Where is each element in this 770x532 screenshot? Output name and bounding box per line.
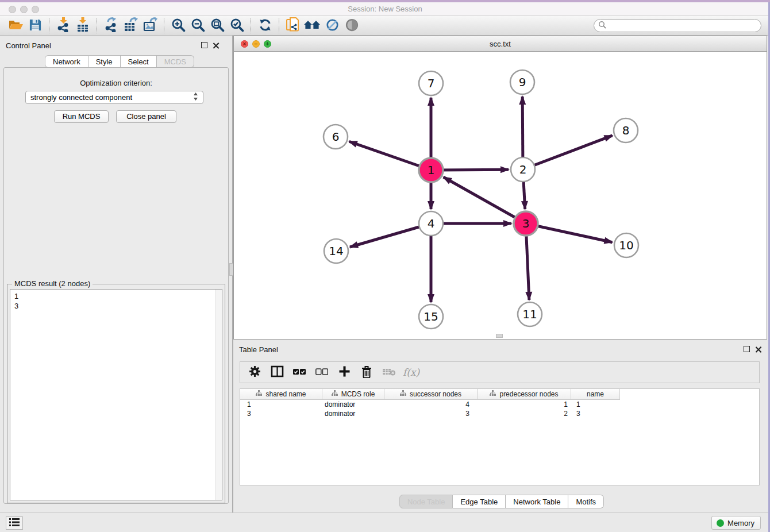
- node-label-3: 3: [522, 217, 530, 230]
- tab-select[interactable]: Select: [121, 55, 157, 68]
- select-all-rows-button[interactable]: [291, 364, 308, 381]
- memory-label: Memory: [727, 519, 754, 527]
- tab-node-table[interactable]: Node Table: [399, 495, 453, 508]
- column-label: predecessor nodes: [499, 390, 558, 398]
- result-scrollbar[interactable]: [215, 290, 222, 500]
- show-columns-button[interactable]: [268, 364, 286, 381]
- import-table-icon: [75, 17, 90, 34]
- plus-icon: [338, 365, 351, 379]
- tab-network[interactable]: Network: [45, 55, 88, 68]
- optimization-label: Optimization criterion:: [3, 79, 229, 87]
- table-row[interactable]: 3dominator323: [240, 409, 759, 418]
- table-body: 1dominator4113dominator323: [240, 400, 759, 418]
- zoom-selected-button[interactable]: [227, 17, 247, 34]
- table-cell[interactable]: 3: [240, 409, 322, 418]
- column-header-name[interactable]: name: [571, 389, 620, 400]
- table-cell[interactable]: 1: [571, 400, 620, 409]
- float-table-panel-icon[interactable]: [744, 346, 750, 352]
- tab-style[interactable]: Style: [88, 55, 121, 68]
- memory-button[interactable]: Memory: [711, 516, 761, 530]
- zoom-in-button[interactable]: [168, 17, 188, 34]
- task-history-button[interactable]: [6, 516, 23, 530]
- table-cell[interactable]: 1: [240, 400, 322, 409]
- shared-column-icon: [332, 390, 338, 398]
- run-mcds-button[interactable]: Run MCDS: [54, 110, 109, 123]
- toolbar-separator: [49, 18, 49, 33]
- node-label-9: 9: [519, 75, 526, 89]
- list-icon: [9, 518, 20, 529]
- column-header-predecessor-nodes[interactable]: predecessor nodes: [478, 389, 571, 400]
- close-panel-button[interactable]: Close panel: [116, 110, 176, 123]
- table-cell[interactable]: dominator: [322, 409, 384, 418]
- canvas-scroll-handle[interactable]: [496, 334, 503, 338]
- criterion-dropdown[interactable]: strongly connected component: [25, 91, 203, 104]
- node-label-15: 15: [424, 310, 438, 323]
- delete-column-button[interactable]: [358, 364, 375, 381]
- control-panel-header: Control Panel: [0, 38, 232, 53]
- graphics-details-button[interactable]: [322, 17, 342, 34]
- export-image-button[interactable]: [140, 17, 160, 34]
- search-box[interactable]: [594, 19, 761, 32]
- table-cell[interactable]: 4: [384, 400, 478, 409]
- table-cell[interactable]: 3: [571, 409, 620, 418]
- function-builder-icon[interactable]: f(x): [403, 367, 419, 378]
- table-cell[interactable]: 2: [478, 409, 571, 418]
- edge-2-8[interactable]: [523, 136, 613, 169]
- import-table-button[interactable]: [73, 17, 93, 34]
- export-network-button[interactable]: [101, 17, 121, 34]
- document-share-icon: [286, 17, 301, 34]
- tab-motifs[interactable]: Motifs: [568, 495, 604, 508]
- table-cell[interactable]: dominator: [322, 400, 384, 409]
- close-table-panel-icon[interactable]: [755, 346, 762, 353]
- tab-mcds[interactable]: MCDS: [157, 55, 194, 68]
- toolbar-separator: [279, 18, 279, 33]
- edge-3-1[interactable]: [444, 177, 526, 223]
- zoom-out-button[interactable]: [188, 17, 207, 34]
- zoom-fit-icon: [210, 18, 225, 34]
- open-folder-icon: [8, 18, 24, 33]
- app-title: Session: New Session: [0, 5, 770, 13]
- splitter-handle[interactable]: [229, 263, 233, 276]
- main-toolbar: [0, 16, 768, 36]
- column-header-MCDS-role[interactable]: MCDS role: [322, 389, 384, 400]
- edge-3-10[interactable]: [526, 223, 613, 242]
- refresh-button[interactable]: [255, 17, 275, 34]
- mcds-result-title: MCDS result (2 nodes): [12, 279, 93, 288]
- node-label-14: 14: [329, 244, 343, 258]
- add-column-button[interactable]: [336, 364, 353, 381]
- table-toolbar: f(x): [240, 361, 760, 383]
- column-header-successor-nodes[interactable]: successor nodes: [384, 389, 478, 400]
- import-network-icon: [56, 17, 71, 34]
- tab-network-table[interactable]: Network Table: [506, 495, 568, 508]
- network-titlebar[interactable]: × − + scc.txt: [234, 36, 767, 52]
- open-file-button[interactable]: [6, 17, 25, 34]
- export-table-button[interactable]: [121, 17, 140, 34]
- tab-edge-table[interactable]: Edge Table: [453, 495, 506, 508]
- birds-eye-button[interactable]: [342, 17, 361, 34]
- table-settings-button[interactable]: [246, 364, 263, 381]
- node-label-10: 10: [619, 238, 633, 252]
- stepper-icon: [193, 92, 198, 102]
- float-panel-icon[interactable]: [201, 42, 207, 48]
- close-panel-icon[interactable]: [213, 42, 220, 49]
- mcds-result-area[interactable]: 1 3: [10, 289, 222, 500]
- clear-table-button[interactable]: [380, 364, 398, 381]
- table-panel-title: Table Panel: [239, 345, 278, 354]
- search-input[interactable]: [609, 20, 761, 31]
- table-cell[interactable]: 1: [478, 400, 571, 409]
- table-row[interactable]: 1dominator411: [240, 400, 759, 409]
- share-session-button[interactable]: [283, 17, 303, 34]
- column-label: shared name: [265, 390, 306, 398]
- node-label-8: 8: [622, 124, 630, 137]
- column-header-shared-name[interactable]: shared name: [240, 389, 322, 400]
- deselect-all-rows-button[interactable]: [313, 364, 330, 381]
- mcds-result-group: MCDS result (2 nodes) 1 3: [7, 284, 225, 503]
- node-label-6: 6: [332, 130, 340, 144]
- network-canvas[interactable]: 1234678910111415: [234, 52, 767, 339]
- import-network-button[interactable]: [53, 17, 73, 34]
- table-cell[interactable]: 3: [384, 409, 478, 418]
- zoom-fit-button[interactable]: [207, 17, 227, 34]
- save-session-button[interactable]: [25, 17, 45, 34]
- home-button[interactable]: [303, 17, 322, 34]
- shared-column-icon: [400, 390, 406, 398]
